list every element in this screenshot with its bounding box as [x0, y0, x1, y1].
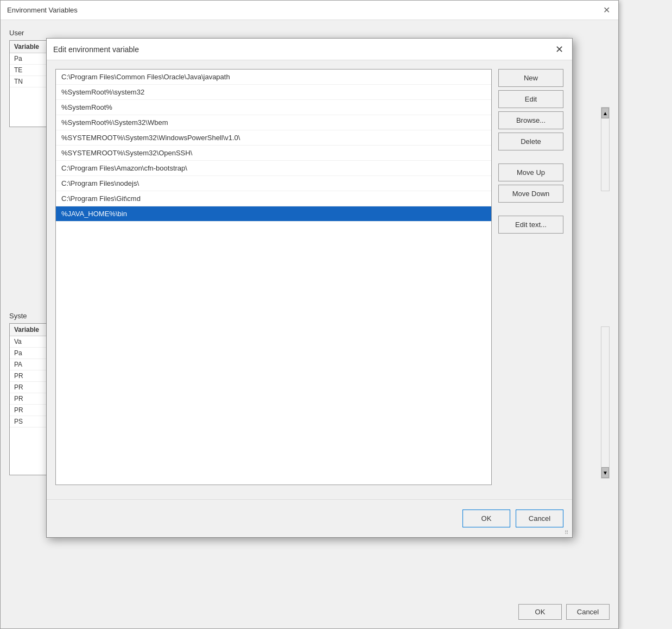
main-dialog-footer: OK Cancel	[47, 499, 572, 537]
action-buttons-panel: New Edit Browse... Delete Move Up Move D…	[498, 69, 563, 485]
col-variable: Variable	[14, 43, 39, 51]
list-item[interactable]: %SYSTEMROOT%\System32\OpenSSH\	[56, 146, 491, 161]
bg-scrollbar-top[interactable]: ▲	[601, 107, 610, 191]
sys-cell-3: PA	[14, 361, 22, 368]
main-dialog-titlebar: Edit environment variable ✕	[47, 39, 572, 60]
list-item[interactable]: C:\Program Files\Common Files\Oracle\Jav…	[56, 70, 491, 85]
list-item-selected[interactable]: %JAVA_HOME%\bin	[56, 206, 491, 222]
new-button[interactable]: New	[498, 69, 563, 87]
bg-scrollbar-bottom[interactable]: ▼	[601, 326, 610, 479]
move-up-button[interactable]: Move Up	[498, 163, 563, 181]
list-item[interactable]: %SystemRoot%	[56, 100, 491, 115]
user-cell-2: TE	[14, 66, 22, 74]
list-item[interactable]: C:\Program Files\Git\cmd	[56, 191, 491, 206]
list-item[interactable]: %SYSTEMROOT%\System32\WindowsPowerShell\…	[56, 130, 491, 146]
sys-cell-2: Pa	[14, 349, 22, 357]
bg-bottom-buttons: OK Cancel	[518, 604, 610, 620]
browse-button[interactable]: Browse...	[498, 111, 563, 129]
bg-ok-button[interactable]: OK	[518, 604, 562, 620]
sys-cell-1: Va	[14, 338, 22, 345]
list-item[interactable]: C:\Program Files\Amazon\cfn-bootstrap\	[56, 161, 491, 176]
list-item[interactable]: %SystemRoot%\System32\Wbem	[56, 115, 491, 130]
sys-cell-5: PR	[14, 383, 23, 391]
user-cell-3: TN	[14, 78, 23, 85]
ok-button[interactable]: OK	[462, 510, 510, 527]
sys-cell-6: PR	[14, 395, 23, 402]
bg-cancel-button[interactable]: Cancel	[566, 604, 610, 620]
bg-dialog-titlebar: Environment Variables ✕	[1, 1, 618, 20]
scroll-down-arrow[interactable]: ▼	[601, 467, 609, 478]
resize-grip[interactable]: ⠿	[565, 530, 571, 536]
btn-spacer-2	[498, 206, 563, 212]
path-list[interactable]: C:\Program Files\Common Files\Oracle\Jav…	[55, 69, 492, 485]
main-dialog-title: Edit environment variable	[53, 45, 139, 54]
list-item[interactable]: C:\Program Files\nodejs\	[56, 176, 491, 191]
sys-cell-8: PS	[14, 418, 23, 425]
edit-env-dialog: Edit environment variable ✕ C:\Program F…	[46, 38, 573, 538]
edit-text-button[interactable]: Edit text...	[498, 216, 563, 234]
delete-button[interactable]: Delete	[498, 133, 563, 150]
scroll-up-arrow[interactable]: ▲	[601, 108, 609, 118]
user-cell-1: Pa	[14, 55, 22, 62]
cancel-button[interactable]: Cancel	[516, 510, 563, 527]
sys-col-variable: Variable	[14, 326, 39, 334]
edit-button[interactable]: Edit	[498, 90, 563, 108]
user-section-label: User	[9, 29, 610, 37]
main-close-button[interactable]: ✕	[553, 43, 566, 56]
bg-close-icon[interactable]: ✕	[601, 5, 612, 16]
bg-dialog-title: Environment Variables	[7, 6, 78, 14]
sys-cell-7: PR	[14, 406, 23, 414]
list-item[interactable]: %SystemRoot%\system32	[56, 85, 491, 100]
move-down-button[interactable]: Move Down	[498, 185, 563, 203]
main-dialog-body: C:\Program Files\Common Files\Oracle\Jav…	[47, 60, 572, 494]
sys-cell-4: PR	[14, 372, 23, 380]
btn-spacer-1	[498, 154, 563, 160]
